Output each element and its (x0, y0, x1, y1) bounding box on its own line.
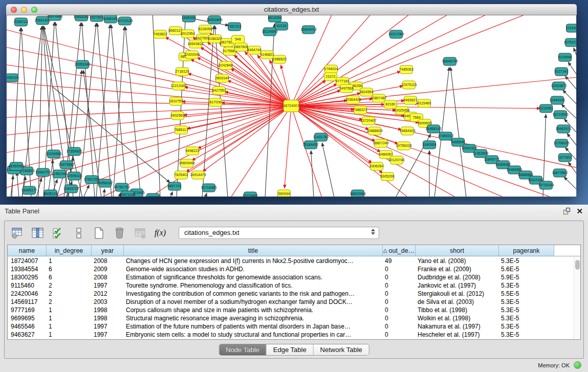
cell-title[interactable]: Changes of HCN gene expression and I(f) … (124, 257, 383, 265)
column-header-short[interactable]: short (416, 245, 499, 256)
cell-out_degree[interactable]: 0 (383, 281, 416, 290)
network-node[interactable]: 9115460 (418, 99, 431, 107)
cell-name[interactable]: 19384554 (8, 265, 47, 273)
network-edge[interactable] (170, 191, 172, 196)
float-panel-icon[interactable] (563, 207, 571, 215)
network-node[interactable]: 7357224 (227, 23, 241, 31)
cell-out_degree[interactable]: 0 (383, 265, 416, 273)
cell-title[interactable]: Disruption of a novel member of a sodium… (124, 298, 383, 306)
network-node[interactable]: 82160 (384, 100, 397, 108)
network-node[interactable]: 1640954 (422, 141, 436, 149)
cell-name[interactable]: 14569117 (8, 298, 47, 306)
cell-name[interactable]: 18724007 (8, 257, 47, 265)
network-node[interactable]: 12213343 (170, 82, 186, 90)
network-node[interactable]: 2803144 (215, 74, 229, 82)
cell-year[interactable]: 1997 (92, 331, 124, 339)
network-node[interactable]: 18724007 (283, 100, 299, 112)
column-header-title[interactable]: title (124, 245, 383, 256)
cell-name[interactable]: 22420046 (8, 290, 47, 298)
cell-in_degree[interactable]: 1 (47, 322, 92, 331)
network-node[interactable]: 7485063 (399, 65, 413, 74)
network-node[interactable]: 1115408 (566, 24, 576, 32)
network-node[interactable]: 12217089 (388, 30, 404, 38)
column-header-name[interactable]: name (8, 245, 47, 256)
cell-title[interactable]: Estimation of the future numbers of pati… (124, 322, 383, 331)
table-row[interactable]: 1872400712008Changes of HCN gene express… (8, 257, 574, 265)
network-edge[interactable] (83, 185, 89, 196)
cell-year[interactable]: 1997 (92, 322, 124, 331)
table-mode-icon[interactable] (10, 226, 24, 240)
network-edge[interactable] (296, 107, 570, 196)
network-view-window[interactable]: citations_edges.txt 18724007746382286601… (6, 4, 577, 197)
network-node[interactable]: 8813054 (268, 15, 281, 22)
network-node[interactable]: 9902569 (170, 112, 184, 120)
network-node[interactable]: 20053346 (74, 60, 90, 69)
network-node[interactable]: 3824554 (359, 88, 373, 96)
network-edge[interactable] (568, 162, 576, 178)
network-edge[interactable] (293, 111, 324, 196)
network-node[interactable]: 15124549 (262, 28, 277, 36)
cell-title[interactable]: Tourette syndrome. Phenomenology and cla… (124, 281, 383, 290)
cell-pagerank[interactable]: 5.3E-5 (499, 257, 554, 265)
cell-out_degree[interactable]: 0 (383, 273, 416, 281)
cell-year[interactable]: 2009 (92, 265, 124, 273)
network-edge[interactable] (96, 25, 110, 196)
memory-status-icon[interactable] (574, 361, 581, 369)
cell-in_degree[interactable]: 1 (47, 306, 92, 314)
cell-pagerank[interactable]: 5.3E-5 (499, 322, 554, 331)
network-edge[interactable] (296, 107, 576, 169)
network-edge[interactable] (574, 48, 576, 64)
network-node[interactable]: 11843712 (63, 185, 79, 193)
cell-name[interactable]: 9699695 (8, 314, 47, 322)
table-row[interactable]: 946554611997Estimation of the future num… (8, 322, 574, 331)
network-node[interactable]: 20206556 (46, 150, 61, 158)
table-row[interactable]: 1938455462009Genome-wide association stu… (8, 265, 574, 273)
cell-pagerank[interactable]: 5.3E-5 (499, 331, 554, 339)
cell-short[interactable]: Tibbo et al. (1998) (416, 306, 499, 314)
delete-table-icon[interactable] (133, 226, 147, 240)
cell-pagerank[interactable]: 5.3E-5 (499, 306, 554, 314)
cell-short[interactable]: Dudbridge et al. (2008) (416, 273, 499, 281)
network-edge[interactable] (177, 15, 186, 196)
close-window-button[interactable] (11, 7, 17, 13)
network-edge[interactable] (7, 106, 286, 136)
zoom-window-button[interactable] (31, 7, 37, 13)
network-node[interactable]: 16782753 (114, 183, 129, 191)
network-node[interactable]: 9857791 (167, 182, 181, 190)
network-node[interactable]: 2867608 (234, 43, 248, 51)
network-node[interactable]: 15718485 (201, 184, 216, 192)
network-node[interactable]: 16623964 (350, 190, 365, 196)
network-node[interactable]: 13720407 (360, 117, 376, 125)
cell-year[interactable]: 2008 (92, 257, 124, 265)
network-node[interactable]: 1527602 (90, 15, 103, 21)
network-node[interactable]: 2718120 (175, 68, 189, 76)
cell-pagerank[interactable]: 5.3E-5 (499, 281, 554, 290)
select-columns-icon[interactable] (51, 226, 65, 240)
cell-name[interactable]: 9777169 (8, 306, 47, 314)
network-node[interactable]: 10779461 (242, 192, 258, 196)
network-node[interactable]: 1588520 (272, 55, 286, 63)
minimize-window-button[interactable] (21, 7, 27, 13)
cell-title[interactable]: Estimation of significance thresholds fo… (124, 273, 383, 281)
cell-year[interactable]: 2003 (92, 298, 124, 306)
function-builder-icon[interactable]: f(x) (153, 226, 167, 240)
network-node[interactable]: 17359926 (66, 147, 82, 156)
network-node[interactable]: 20364436 (345, 96, 361, 104)
network-node[interactable]: 16045177 (21, 186, 37, 194)
network-node[interactable]: 19756028 (396, 142, 411, 150)
network-node[interactable]: 7463822 (153, 30, 167, 38)
network-node[interactable]: 16674886 (47, 15, 62, 20)
network-node[interactable]: 546 (232, 35, 245, 43)
network-node[interactable]: 12093872 (551, 82, 567, 90)
cell-out_degree[interactable]: 0 (383, 331, 416, 339)
cell-name[interactable]: 9463627 (8, 331, 47, 339)
cell-year[interactable]: 1998 (92, 314, 124, 322)
network-edge[interactable] (568, 62, 576, 79)
cell-name[interactable]: 9465546 (8, 322, 47, 331)
network-canvas[interactable]: 1872400774638228660123891295482260589427… (7, 15, 576, 196)
network-node[interactable]: 11431760 (313, 133, 329, 141)
cell-title[interactable]: Genome-wide association studies in ADHD. (124, 265, 383, 273)
network-edge[interactable] (97, 23, 112, 196)
tab-network-table[interactable]: Network Table (314, 344, 369, 355)
cell-title[interactable]: Structural magnetic resonance image aver… (124, 314, 383, 322)
